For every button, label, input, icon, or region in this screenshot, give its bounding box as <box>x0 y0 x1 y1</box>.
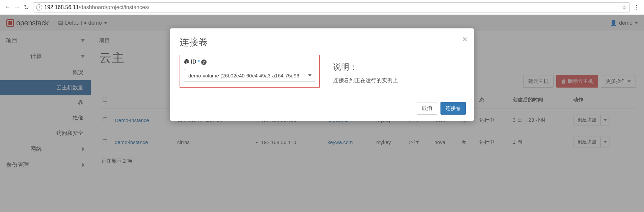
volume-id-label: 卷 ID * ? <box>184 58 315 66</box>
url-bar[interactable]: i 192.168.56.11/dashboard/project/instan… <box>33 2 630 13</box>
url-path: /dashboard/project/instances/ <box>79 4 149 10</box>
back-button[interactable]: ← <box>3 3 12 12</box>
attach-volume-modal: 连接卷 × 卷 ID * ? demo-volume (26b02e40-60e… <box>170 28 474 121</box>
submit-button[interactable]: 连接卷 <box>440 102 466 115</box>
close-icon[interactable]: × <box>462 34 467 44</box>
modal-footer: 取消 连接卷 <box>170 96 474 121</box>
reload-button[interactable]: ↻ <box>22 3 31 12</box>
modal-title: 连接卷 <box>180 36 464 49</box>
description-text: 连接卷到正在运行的实例上 <box>333 77 464 84</box>
site-info-icon[interactable]: i <box>36 4 42 10</box>
modal-description: 说明： 连接卷到正在运行的实例上 <box>333 55 464 88</box>
browser-menu-icon[interactable]: ⋮ <box>632 4 641 11</box>
volume-select-value: demo-volume (26b02e40-60e4-49a3-a164-75d… <box>188 73 299 78</box>
browser-toolbar: ← → ↻ i 192.168.56.11/dashboard/project/… <box>0 0 644 15</box>
help-icon[interactable]: ? <box>201 60 207 65</box>
url-host: 192.168.56.11 <box>44 4 79 10</box>
forward-button[interactable]: → <box>12 3 22 12</box>
description-title: 说明： <box>333 62 464 72</box>
bookmark-star-icon[interactable]: ☆ <box>621 4 627 11</box>
modal-form: 卷 ID * ? demo-volume (26b02e40-60e4-49a3… <box>180 55 320 88</box>
required-star-icon: * <box>197 59 199 65</box>
cancel-button[interactable]: 取消 <box>417 102 437 115</box>
volume-select[interactable]: demo-volume (26b02e40-60e4-49a3-a164-75d… <box>184 69 315 82</box>
